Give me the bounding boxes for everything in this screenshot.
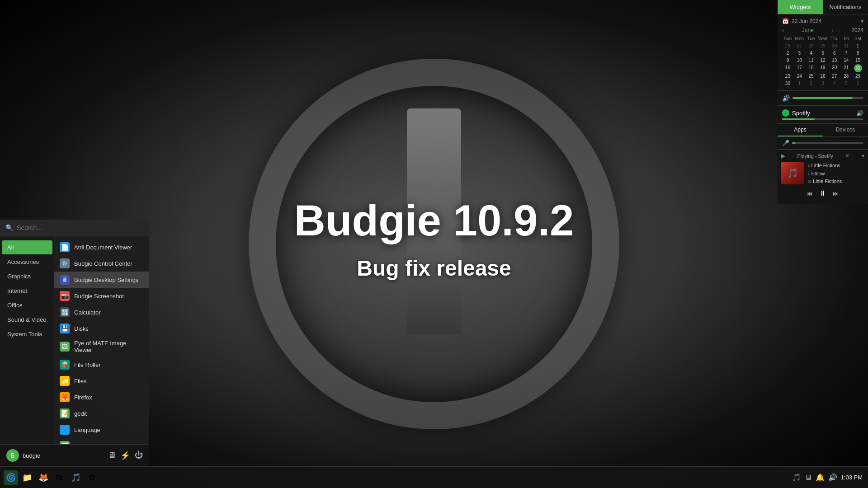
cal-day[interactable]: 6: [852, 80, 863, 87]
cal-day[interactable]: 20: [829, 64, 840, 72]
cal-day[interactable]: 4: [806, 50, 817, 56]
tab-devices[interactable]: Devices: [823, 124, 868, 136]
cal-day[interactable]: 1: [852, 42, 863, 49]
cal-day[interactable]: 19: [817, 64, 829, 72]
cal-day[interactable]: 17: [794, 64, 805, 72]
app-name: Atril Document Viewer: [74, 244, 132, 251]
cal-day[interactable]: 27: [794, 42, 805, 49]
cal-day[interactable]: 18: [806, 64, 817, 72]
cal-day[interactable]: 12: [817, 57, 829, 64]
cal-day[interactable]: 8: [852, 50, 863, 56]
next-button[interactable]: ⏭: [833, 189, 839, 197]
search-input[interactable]: [17, 224, 144, 231]
list-item[interactable]: 💾 Disks: [54, 320, 149, 337]
cal-day[interactable]: 26: [782, 42, 793, 49]
taskbar-files-icon[interactable]: 📁: [20, 470, 34, 485]
cal-day[interactable]: 2: [782, 50, 793, 56]
cal-day[interactable]: 16: [782, 64, 793, 72]
spotify-progress-bar[interactable]: [782, 118, 863, 120]
search-bar[interactable]: 🔍: [0, 220, 149, 236]
cal-day[interactable]: 10: [794, 57, 805, 64]
taskbar-settings-icon[interactable]: ⚙: [85, 470, 99, 485]
settings-button[interactable]: ⚡: [120, 450, 130, 460]
list-item[interactable]: 📝 gedit: [54, 405, 149, 422]
cal-day[interactable]: 13: [829, 57, 840, 64]
category-sound-video[interactable]: Sound & Video: [2, 313, 52, 327]
category-accessories[interactable]: Accessories: [2, 255, 52, 269]
list-item[interactable]: 📁 Files: [54, 373, 149, 389]
cal-day[interactable]: 24: [794, 73, 805, 80]
cal-day[interactable]: 15: [852, 57, 863, 64]
cal-day-today[interactable]: 22: [854, 64, 862, 72]
tab-widgets[interactable]: Widgets: [778, 0, 823, 14]
playing-section: ▶ Playing - Spotify ✕ ▾ 🎵 Little Fiction…: [778, 150, 868, 204]
cal-day[interactable]: 2: [806, 80, 817, 87]
list-item[interactable]: 🔢 Calculator: [54, 304, 149, 320]
pause-button[interactable]: ⏸: [819, 189, 826, 197]
cal-prev-year[interactable]: ‹: [832, 27, 834, 33]
previous-button[interactable]: ⏮: [807, 189, 813, 197]
list-item[interactable]: ⚙ Budgie Control Center: [54, 255, 149, 272]
list-item[interactable]: 📷 Budgie Screenshot: [54, 288, 149, 304]
cal-day[interactable]: 4: [829, 80, 840, 87]
cal-day[interactable]: 3: [794, 50, 805, 56]
tray-network-icon[interactable]: 🖥: [805, 474, 812, 482]
taskbar-software-icon[interactable]: 🛍: [52, 470, 67, 485]
cal-day[interactable]: 25: [806, 73, 817, 80]
cal-day[interactable]: 31: [840, 42, 852, 49]
calendar-expand[interactable]: ▾: [861, 18, 863, 24]
cal-day[interactable]: 14: [840, 57, 852, 64]
cal-day[interactable]: 5: [817, 50, 829, 56]
cal-day[interactable]: 6: [829, 50, 840, 56]
user-bar: B budgie 🖥 ⚡ ⏻: [0, 444, 149, 466]
taskbar-firefox-icon[interactable]: 🦊: [36, 470, 51, 485]
cal-day[interactable]: 21: [840, 64, 852, 72]
list-item[interactable]: 📦 File Roller: [54, 357, 149, 373]
tab-apps[interactable]: Apps: [778, 124, 823, 136]
tab-notifications[interactable]: Notifications: [823, 0, 868, 14]
cal-day[interactable]: 30: [782, 80, 793, 87]
lock-button[interactable]: 🖥: [108, 450, 116, 460]
category-all[interactable]: All: [2, 240, 52, 254]
cal-day[interactable]: 23: [782, 73, 793, 80]
taskbar-budgie-icon[interactable]: 🌀: [4, 470, 18, 485]
cal-day[interactable]: 28: [840, 73, 852, 80]
list-item[interactable]: 📊 LibreOffice Calc: [54, 438, 149, 444]
power-button[interactable]: ⏻: [135, 450, 143, 460]
tray-spotify-icon[interactable]: 🎵: [792, 473, 801, 482]
cal-day[interactable]: 9: [782, 57, 793, 64]
cal-day[interactable]: 28: [806, 42, 817, 49]
cal-day[interactable]: 1: [794, 80, 805, 87]
app-name: File Roller: [74, 361, 101, 368]
mic-icon: 🎤: [782, 140, 789, 146]
cal-day[interactable]: 11: [806, 57, 817, 64]
app-name: Budgie Control Center: [74, 260, 132, 267]
tray-notifications-icon[interactable]: 🔔: [816, 473, 825, 482]
cal-prev-month[interactable]: ‹: [782, 27, 784, 33]
cal-day[interactable]: 7: [840, 50, 852, 56]
list-item[interactable]: 📄 Atril Document Viewer: [54, 239, 149, 255]
mic-slider[interactable]: [792, 142, 863, 144]
list-item[interactable]: 🖥 Budgie Desktop Settings: [54, 272, 149, 288]
list-item[interactable]: 🌐 Language: [54, 422, 149, 438]
cal-day[interactable]: 30: [829, 42, 840, 49]
cal-day[interactable]: 5: [840, 80, 852, 87]
mic-section: 🎤: [778, 137, 868, 150]
category-system-tools[interactable]: System Tools: [2, 327, 52, 341]
playing-close-button[interactable]: ✕: [845, 153, 849, 159]
list-item[interactable]: 🦊 Firefox: [54, 389, 149, 405]
volume-slider[interactable]: [793, 97, 863, 99]
cal-day[interactable]: 29: [852, 73, 863, 80]
category-internet[interactable]: Internet: [2, 284, 52, 298]
category-graphics[interactable]: Graphics: [2, 269, 52, 283]
cal-day[interactable]: 3: [817, 80, 829, 87]
category-office[interactable]: Office: [2, 298, 52, 312]
cal-day[interactable]: 26: [817, 73, 829, 80]
playing-expand-button[interactable]: ▾: [862, 153, 864, 159]
cal-day[interactable]: 27: [829, 73, 840, 80]
taskbar-apps: 🌀 📁 🦊 🛍 🎵 ⚙: [0, 470, 103, 485]
taskbar-spotify-icon[interactable]: 🎵: [69, 470, 83, 485]
cal-day[interactable]: 29: [817, 42, 829, 49]
tray-volume-icon[interactable]: 🔊: [828, 473, 837, 482]
list-item[interactable]: 🖼 Eye of MATE Image Viewer: [54, 337, 149, 357]
